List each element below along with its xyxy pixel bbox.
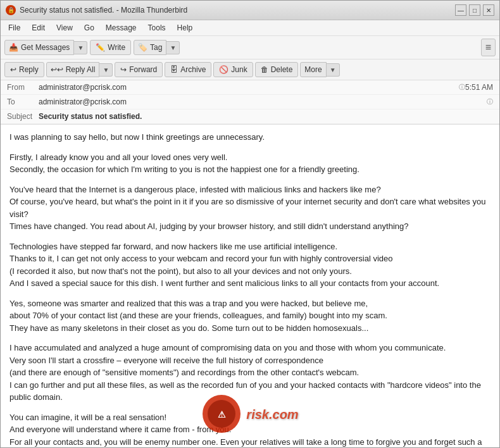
tag-icon: 🏷️: [138, 43, 147, 52]
write-icon: ✏️: [96, 43, 105, 52]
reply-all-split-button[interactable]: ↩↩ Reply All ▼: [46, 62, 113, 77]
subject-row: Subject Security status not satisfied.: [1, 109, 499, 124]
get-messages-icon: 📥: [9, 43, 18, 52]
more-dropdown[interactable]: ▼: [327, 63, 340, 77]
title-bar: 🔒 Security status not satisfied. - Mozil…: [1, 1, 499, 20]
more-split-button[interactable]: More ▼: [300, 62, 339, 77]
main-window: 🔒 Security status not satisfied. - Mozil…: [0, 0, 500, 448]
reply-icon: ↩: [10, 65, 16, 74]
to-info-icon[interactable]: ⓘ: [487, 97, 493, 106]
email-header: ↩ Reply ↩↩ Reply All ▼ ↪ Forward 🗄 Archi…: [1, 59, 499, 125]
delete-icon: 🗑: [261, 65, 268, 74]
close-button[interactable]: ✕: [483, 4, 494, 16]
reply-all-icon: ↩↩: [51, 65, 63, 74]
reply-all-button[interactable]: ↩↩ Reply All: [46, 62, 100, 77]
window-controls: — □ ✕: [455, 4, 494, 16]
menu-bar: File Edit View Go Message Tools Help: [1, 20, 499, 36]
tag-button[interactable]: 🏷️ Tag: [134, 40, 166, 55]
from-address[interactable]: administrator@pcrisk.com: [39, 83, 456, 92]
body-paragraph-5: I have accumulated and analyzed a huge a…: [9, 342, 491, 404]
archive-icon: 🗄: [170, 65, 178, 74]
reply-all-dropdown[interactable]: ▼: [99, 63, 113, 77]
to-address[interactable]: administrator@pcrisk.com: [39, 97, 484, 106]
menu-file[interactable]: File: [3, 22, 25, 34]
app-icon: 🔒: [6, 5, 16, 15]
window-title: Security status not satisfied. - Mozilla…: [20, 6, 451, 15]
delete-button[interactable]: 🗑 Delete: [255, 62, 299, 77]
body-paragraph-3: Technologies have stepped far forward, a…: [9, 240, 491, 290]
write-button[interactable]: ✏️ Write: [90, 40, 131, 55]
body-paragraph-4: Yes, someone was smarter and realized th…: [9, 297, 491, 335]
get-messages-dropdown[interactable]: ▼: [74, 41, 87, 54]
forward-button[interactable]: ↪ Forward: [115, 62, 163, 77]
subject-label: Subject: [7, 112, 39, 121]
reply-button[interactable]: ↩ Reply: [4, 62, 44, 77]
tag-split-button[interactable]: 🏷️ Tag ▼: [134, 40, 180, 55]
forward-icon: ↪: [120, 65, 127, 74]
body-paragraph-0: I was planning to say hello, but now I t…: [9, 131, 491, 144]
email-body: I was planning to say hello, but now I t…: [1, 125, 499, 447]
email-timestamp: 5:51 AM: [465, 83, 493, 92]
get-messages-button[interactable]: 📥 Get Messages: [4, 40, 74, 55]
to-row: To administrator@pcrisk.com ⓘ: [1, 95, 499, 109]
maximize-button[interactable]: □: [469, 4, 480, 16]
junk-button[interactable]: 🚫 Junk: [213, 62, 253, 77]
get-messages-label: Get Messages: [21, 43, 70, 52]
minimize-button[interactable]: —: [455, 4, 466, 16]
menu-go[interactable]: Go: [79, 22, 99, 34]
body-paragraph-6: You can imagine, it will be a real sensa…: [9, 411, 491, 448]
junk-icon: 🚫: [219, 65, 228, 74]
menu-help[interactable]: Help: [172, 22, 198, 34]
body-paragraph-2: You've heard that the Internet is a dang…: [9, 184, 491, 233]
subject-value: Security status not satisfied.: [39, 112, 493, 121]
from-label: From: [7, 83, 39, 92]
from-row: From administrator@pcrisk.com ⓘ 5:51 AM: [1, 80, 499, 95]
from-info-icon[interactable]: ⓘ: [459, 83, 465, 92]
menu-message[interactable]: Message: [101, 22, 142, 34]
get-messages-split-button[interactable]: 📥 Get Messages ▼: [4, 40, 87, 55]
hamburger-menu-button[interactable]: ≡: [481, 39, 496, 56]
menu-tools[interactable]: Tools: [143, 22, 171, 34]
to-label: To: [7, 97, 39, 106]
tag-dropdown[interactable]: ▼: [166, 41, 180, 54]
archive-button[interactable]: 🗄 Archive: [165, 62, 211, 77]
main-toolbar: 📥 Get Messages ▼ ✏️ Write 🏷️ Tag ▼ ≡: [1, 36, 499, 59]
body-paragraph-1: Firstly, I already know you and all your…: [9, 151, 491, 176]
menu-view[interactable]: View: [51, 22, 78, 34]
action-bar: ↩ Reply ↩↩ Reply All ▼ ↪ Forward 🗄 Archi…: [1, 59, 499, 80]
more-button[interactable]: More: [300, 62, 326, 77]
menu-edit[interactable]: Edit: [27, 22, 50, 34]
